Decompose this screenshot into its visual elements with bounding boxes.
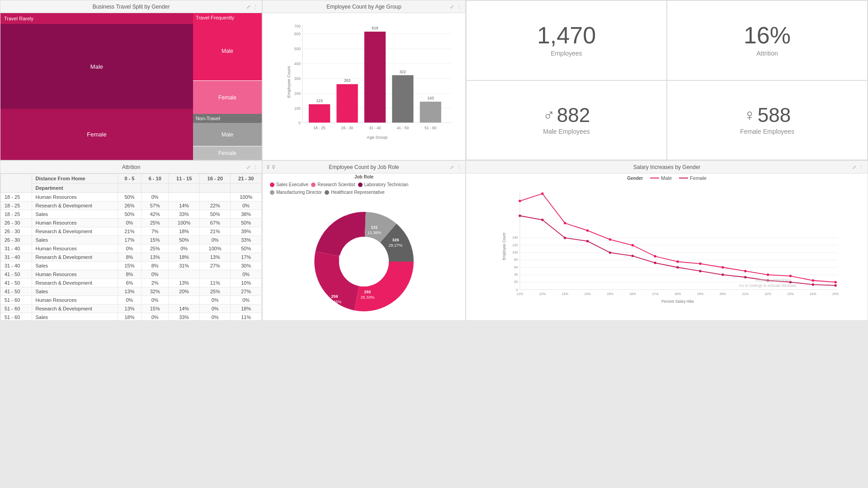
age-chart-expand-icon[interactable]: ⤢ [450, 4, 454, 9]
v2-cell: 7% [142, 227, 169, 236]
v2-cell: 57% [142, 202, 169, 210]
svg-text:143: 143 [427, 96, 434, 100]
v4-cell [199, 193, 231, 202]
svg-text:60: 60 [514, 265, 518, 269]
treemap-frequently-female: Female [193, 80, 262, 114]
donut-expand-icon[interactable]: ⤢ [450, 164, 454, 170]
attrition-header: Attrition ⤢ ⋮ [0, 161, 262, 174]
treemap-content: Travel Rarely Male Female Travel Frequen… [0, 13, 262, 160]
dept-cell: Sales [32, 236, 118, 244]
svg-text:31 - 40: 31 - 40 [369, 126, 381, 130]
svg-text:Percent Salary Hike: Percent Salary Hike [661, 300, 694, 304]
seg3-label2: 22.46% [328, 300, 342, 304]
seg4-label1: 145 [341, 249, 348, 253]
female-dot-18 [676, 266, 679, 268]
dept-cell: Human Resources [32, 244, 118, 253]
seg5-label2: 11.36% [368, 230, 382, 235]
male-value: 882 [557, 105, 590, 125]
attrition-title: Attrition [122, 164, 141, 170]
legend-label-lab-tech: Laboratory Technician [364, 182, 409, 187]
attrition-menu-icon[interactable]: ⋮ [253, 164, 258, 170]
line-chart-expand-icon[interactable]: ⤢ [852, 164, 856, 170]
v5-cell: 11% [231, 313, 262, 321]
v1-cell: 26% [118, 202, 141, 210]
svg-text:263: 263 [344, 79, 350, 83]
svg-text:17%: 17% [652, 292, 659, 296]
legend-label-research-sci: Research Scientist [317, 182, 355, 187]
table-row: 31 - 40 Human Resources 0% 25% 0% 100% 5… [1, 244, 262, 253]
male-dot-21 [744, 270, 746, 272]
v5-cell: 0% [231, 296, 262, 305]
dist-11-15-header: 11 - 15 [169, 174, 200, 183]
v3-cell: 18% [169, 253, 200, 262]
treemap-expand-icon[interactable]: ⤢ [246, 4, 250, 9]
age-cell: 26 - 30 [1, 219, 32, 227]
male-icon: ♂ [543, 106, 555, 125]
attrition-table-container: Distance From Home 0 - 5 6 - 10 11 - 15 … [0, 174, 262, 320]
dept-cell: Sales [32, 262, 118, 270]
age-header [1, 174, 32, 193]
donut-menu-icon[interactable]: ⋮ [457, 164, 462, 170]
v5-cell: 17% [231, 253, 262, 262]
dist-6-10-header: 6 - 10 [142, 174, 169, 183]
table-row: 26 - 30 Sales 17% 15% 50% 0% 33% [1, 236, 262, 244]
age-cell: 41 - 50 [1, 270, 32, 279]
male-dot-22 [767, 273, 769, 276]
donut-filter2-icon[interactable]: ⊽ [272, 164, 275, 170]
v3-cell: 33% [169, 313, 200, 321]
svg-text:19%: 19% [697, 292, 704, 296]
v3-cell [169, 193, 200, 202]
v4-cell: 0% [199, 305, 231, 313]
age-chart-menu-icon[interactable]: ⋮ [457, 4, 462, 9]
v3-cell: 50% [169, 236, 200, 244]
donut-filter-icon[interactable]: ⊽ [266, 164, 270, 170]
female-stat: ♀ 588 Female Employees [667, 80, 868, 160]
v2-cell: 8% [142, 262, 169, 270]
dist-0-5-header: 0 - 5 [118, 174, 141, 183]
svg-text:20%: 20% [720, 292, 726, 296]
table-row: 51 - 60 Research & Development 13% 15% 1… [1, 305, 262, 313]
svg-text:0: 0 [516, 288, 518, 292]
dept-subheader: Department [32, 183, 118, 193]
treemap-menu-icon[interactable]: ⋮ [253, 4, 258, 9]
svg-text:26 - 30: 26 - 30 [341, 126, 354, 130]
female-icon: ♀ [744, 106, 756, 125]
line-chart-menu-icon[interactable]: ⋮ [859, 164, 864, 170]
v1-cell: 50% [118, 193, 141, 202]
v3-cell [169, 296, 200, 305]
attrition-table: Distance From Home 0 - 5 6 - 10 11 - 15 … [0, 174, 262, 320]
v4-cell: 0% [199, 296, 231, 305]
female-label: Female Employees [740, 128, 794, 135]
age-bar-chart-header: Employee Count by Age Group ⤢ ⋮ [263, 0, 465, 13]
svg-text:22%: 22% [764, 292, 771, 296]
dept-cell: Human Resources [32, 270, 118, 279]
svg-text:100: 100 [512, 250, 518, 254]
attrition-value: 16% [744, 23, 791, 47]
v4-cell: 27% [199, 262, 231, 270]
v2-cell: 25% [142, 244, 169, 253]
age-cell: 31 - 40 [1, 244, 32, 253]
seg1-label1: 326 [392, 238, 399, 242]
v1-cell: 15% [118, 262, 141, 270]
legend-label-sales-exec: Sales Executive [276, 182, 308, 187]
attrition-expand-icon[interactable]: ⤢ [246, 164, 250, 170]
female-dot-25 [835, 284, 837, 286]
v2-cell: 42% [142, 210, 169, 219]
male-stat-inner: ♂ 882 [543, 105, 590, 125]
v5-cell: 10% [231, 279, 262, 287]
treemap-rarely-female: Female [0, 109, 193, 160]
svg-text:140: 140 [512, 235, 518, 239]
treemap-title: Business Travel Split by Gender [93, 4, 170, 10]
female-dot-15 [609, 251, 611, 253]
v1-cell: 13% [118, 287, 141, 296]
v5-cell: 50% [231, 219, 262, 227]
male-dot-11 [519, 200, 521, 202]
line-chart-svg: Employee Count 0 20 40 60 80 100 120 [489, 187, 859, 306]
treemap-rarely: Travel Rarely Male Female [0, 13, 193, 160]
v2-cell: 0% [142, 313, 169, 321]
male-dot-20 [722, 266, 724, 268]
svg-text:200: 200 [294, 91, 301, 96]
svg-text:100: 100 [294, 106, 301, 111]
seg3-label1: 259 [331, 294, 338, 299]
svg-text:619: 619 [372, 26, 378, 30]
